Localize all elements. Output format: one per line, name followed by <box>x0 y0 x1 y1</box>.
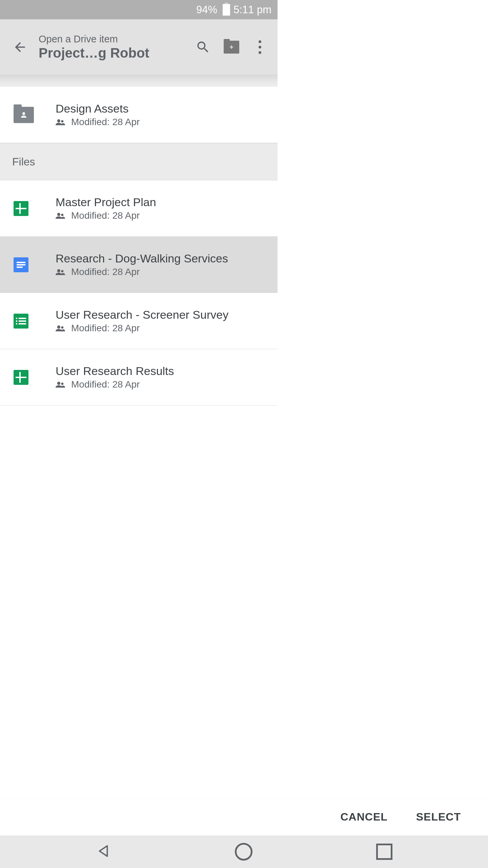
app-bar: Open a Drive item Project…g Robot + <box>0 19 278 75</box>
docs-icon <box>14 257 28 272</box>
shared-icon <box>56 269 65 275</box>
battery-icon <box>223 4 230 16</box>
file-icon-wrapper <box>14 107 47 123</box>
item-title: Master Project Plan <box>56 196 278 209</box>
file-item-screener-survey[interactable]: User Research - Screener Survey Modified… <box>0 293 278 349</box>
battery-percentage: 94% <box>196 4 217 16</box>
shared-folder-icon <box>14 107 34 123</box>
sheets-icon <box>14 201 28 216</box>
files-section-header: Files <box>0 143 278 180</box>
item-title: Design Assets <box>56 102 278 115</box>
svg-point-5 <box>57 269 60 272</box>
svg-point-2 <box>61 120 63 122</box>
status-bar: 94% 5:11 pm <box>0 0 278 19</box>
search-button[interactable] <box>195 39 211 55</box>
shared-icon <box>56 212 65 219</box>
shared-icon <box>56 381 65 388</box>
item-title: Research - Dog-Walking Services <box>56 252 278 265</box>
file-item-research-dog-walking[interactable]: Research - Dog-Walking Services Modified… <box>0 237 278 293</box>
status-time: 5:11 pm <box>233 4 271 16</box>
item-modified: Modified: 28 Apr <box>71 210 140 221</box>
file-item-master-project-plan[interactable]: Master Project Plan Modified: 28 Apr <box>0 180 278 237</box>
more-options-button[interactable] <box>252 39 268 55</box>
item-modified: Modified: 28 Apr <box>71 379 140 390</box>
back-button[interactable] <box>5 32 35 62</box>
title-area: Open a Drive item Project…g Robot <box>35 34 195 61</box>
appbar-actions: + <box>195 39 273 55</box>
item-modified: Modified: 28 Apr <box>71 117 140 127</box>
appbar-title: Project…g Robot <box>39 45 195 61</box>
svg-point-10 <box>61 382 63 385</box>
svg-point-8 <box>61 326 63 329</box>
shared-icon <box>56 119 65 125</box>
new-folder-button[interactable]: + <box>223 39 240 55</box>
shared-icon <box>56 325 65 332</box>
item-title: User Research Results <box>56 364 278 378</box>
item-modified: Modified: 28 Apr <box>71 267 140 277</box>
svg-point-4 <box>61 214 63 216</box>
new-folder-icon: + <box>224 41 239 54</box>
item-modified: Modified: 28 Apr <box>71 323 140 334</box>
file-item-user-research-results[interactable]: User Research Results Modified: 28 Apr <box>0 349 278 406</box>
search-icon <box>196 40 210 55</box>
sheets-icon <box>14 370 28 385</box>
svg-point-9 <box>57 382 60 385</box>
item-title: User Research - Screener Survey <box>56 308 278 321</box>
item-meta: Modified: 28 Apr <box>56 117 278 127</box>
appbar-shadow <box>0 75 278 87</box>
appbar-subtitle: Open a Drive item <box>39 34 195 45</box>
item-content: Design Assets Modified: 28 Apr <box>47 102 278 127</box>
arrow-back-icon <box>13 40 27 55</box>
svg-point-7 <box>57 326 60 329</box>
svg-point-1 <box>57 119 60 122</box>
svg-point-0 <box>22 112 25 115</box>
form-icon <box>14 314 28 329</box>
svg-point-3 <box>57 213 60 216</box>
svg-point-6 <box>61 270 63 272</box>
folder-item-design-assets[interactable]: Design Assets Modified: 28 Apr <box>0 87 278 143</box>
more-vert-icon <box>256 40 264 54</box>
